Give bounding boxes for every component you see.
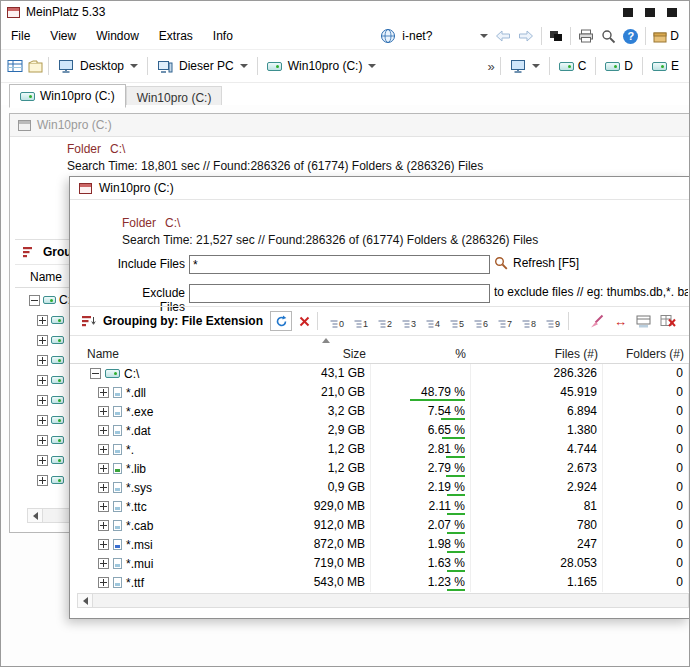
expand-expander-icon[interactable]	[98, 463, 109, 474]
table-row[interactable]: *.ttf543,0 MB1.23 %1.1650	[70, 573, 689, 592]
sort-ascending-icon[interactable]	[322, 338, 330, 343]
cascade-windows-button[interactable]	[549, 30, 563, 42]
row-folders: 0	[603, 402, 689, 421]
drive-c-button[interactable]: C	[555, 57, 591, 75]
expand-level-5-button[interactable]: 5	[449, 314, 465, 329]
percent-bar	[441, 418, 465, 420]
monitor-dropdown[interactable]	[506, 57, 544, 75]
expand-expander-icon[interactable]	[37, 435, 48, 446]
this-pc-dropdown[interactable]: Dieser PC	[153, 57, 252, 75]
table-row[interactable]: *.cab912,0 MB2.07 %7800	[70, 516, 689, 535]
drive-dropdown[interactable]: Win10pro (C:)	[263, 57, 381, 75]
expand-expander-icon[interactable]	[37, 335, 48, 346]
table-row[interactable]: *.ttc929,0 MB2.11 %810	[70, 497, 689, 516]
expand-expander-icon[interactable]	[98, 387, 109, 398]
table-row[interactable]: *.sys0,9 GB2.19 %2.9240	[70, 478, 689, 497]
expand-expander-icon[interactable]	[37, 355, 48, 366]
menu-info[interactable]: Info	[213, 29, 233, 43]
expand-expander-icon[interactable]	[98, 539, 109, 550]
horizontal-scrollbar[interactable]	[77, 593, 689, 608]
print-button[interactable]	[578, 29, 594, 43]
menu-window[interactable]: Window	[96, 29, 139, 43]
expand-level-0-button[interactable]: 0	[329, 314, 345, 329]
expand-level-8-button[interactable]: 8	[521, 314, 537, 329]
expand-expander-icon[interactable]	[98, 406, 109, 417]
clean-broom-button[interactable]	[589, 314, 605, 329]
expand-expander-icon[interactable]	[37, 455, 48, 466]
expand-expander-icon[interactable]	[98, 501, 109, 512]
separator	[645, 27, 646, 45]
front-window-titlebar[interactable]: Win10pro (C:)	[70, 177, 689, 200]
desktop-dropdown[interactable]: Desktop	[54, 57, 142, 75]
column-size[interactable]: Size	[311, 347, 371, 361]
percent-bar	[447, 532, 465, 534]
overflow-chevron[interactable]: »	[487, 59, 494, 74]
table-header[interactable]: Name Size % Files (#) Folders (#)	[70, 344, 689, 364]
fit-columns-button[interactable]: ↔	[614, 315, 627, 328]
menu-file[interactable]: File	[11, 29, 30, 43]
view-list-button[interactable]	[7, 59, 23, 73]
expand-level-2-button[interactable]: 2	[377, 314, 393, 329]
expand-level-7-button[interactable]: 7	[497, 314, 513, 329]
expand-level-1-button[interactable]: 1	[353, 314, 369, 329]
active-result-window[interactable]: Win10pro (C:) Folder C:\ Search Time: 21…	[69, 176, 689, 619]
table-row[interactable]: C:\43,1 GB286.3260	[70, 364, 689, 383]
table-row[interactable]: *.dat2,9 GB6.65 %1.3800	[70, 421, 689, 440]
column-percent[interactable]: %	[371, 347, 471, 361]
column-folders[interactable]: Folders (#)	[603, 347, 689, 361]
exclude-files-input[interactable]	[189, 284, 490, 303]
expand-expander-icon[interactable]	[98, 425, 109, 436]
regroup-refresh-button[interactable]	[270, 311, 292, 331]
expand-expander-icon[interactable]	[98, 482, 109, 493]
drive-d-button[interactable]: D	[601, 57, 637, 75]
table-row[interactable]: *.lib1,2 GB2.79 %2.6730	[70, 459, 689, 478]
delete-list-button[interactable]	[660, 314, 676, 328]
menu-extras[interactable]: Extras	[159, 29, 193, 43]
scroll-left-button[interactable]	[28, 509, 43, 522]
addons-button[interactable]: D	[653, 29, 679, 43]
percent-bar	[442, 437, 465, 439]
expand-level-6-button[interactable]: 6	[473, 314, 489, 329]
expand-expander-icon[interactable]	[37, 475, 48, 486]
search-button[interactable]	[601, 29, 616, 44]
close-button[interactable]	[667, 8, 677, 17]
help-button[interactable]: ?	[623, 29, 638, 44]
inet-dropdown[interactable]: i-net?	[380, 28, 488, 44]
expand-expander-icon[interactable]	[37, 415, 48, 426]
minimize-button[interactable]	[623, 8, 633, 17]
clear-grouping-button[interactable]	[299, 316, 310, 327]
expand-expander-icon[interactable]	[37, 375, 48, 386]
drive-e-button[interactable]: E	[648, 57, 683, 75]
expand-expander-icon[interactable]	[37, 315, 48, 326]
column-files[interactable]: Files (#)	[471, 347, 603, 361]
scroll-left-button[interactable]	[78, 594, 93, 607]
refresh-button[interactable]: Refresh [F5]	[494, 256, 579, 270]
menu-view[interactable]: View	[50, 29, 76, 43]
expand-level-3-button[interactable]: 3	[401, 314, 417, 329]
new-tab-button[interactable]	[28, 60, 43, 73]
expand-level-4-button[interactable]: 4	[425, 314, 441, 329]
arrow-left-icon	[33, 512, 38, 520]
table-row[interactable]: *.msi872,0 MB1.98 %2470	[70, 535, 689, 554]
back-button[interactable]	[495, 30, 511, 42]
maximize-button[interactable]	[645, 8, 655, 17]
expand-expander-icon[interactable]	[98, 577, 109, 588]
expand-expander-icon[interactable]	[98, 558, 109, 569]
expand-expander-icon[interactable]	[98, 520, 109, 531]
include-files-input[interactable]	[189, 255, 490, 274]
collapse-expander-icon[interactable]	[29, 295, 40, 306]
row-size: 1,2 GB	[311, 440, 371, 459]
table-row[interactable]: *.dll21,0 GB48.79 %45.9190	[70, 383, 689, 402]
forward-button[interactable]	[518, 30, 534, 42]
table-row[interactable]: *.exe3,2 GB7.54 %6.8940	[70, 402, 689, 421]
tab-win10pro-1[interactable]: Win10pro (C:)	[9, 84, 126, 108]
expand-expander-icon[interactable]	[37, 395, 48, 406]
back-window-titlebar[interactable]: Win10pro (C:)	[10, 114, 689, 137]
expand-expander-icon[interactable]	[98, 444, 109, 455]
expand-level-9-button[interactable]: 9	[545, 314, 561, 329]
column-name[interactable]: Name	[70, 347, 311, 361]
table-row[interactable]: *.mui719,0 MB1.63 %28.0530	[70, 554, 689, 573]
table-row[interactable]: *.1,2 GB2.81 %4.7440	[70, 440, 689, 459]
export-table-button[interactable]	[636, 315, 651, 328]
collapse-expander-icon[interactable]	[90, 368, 101, 379]
